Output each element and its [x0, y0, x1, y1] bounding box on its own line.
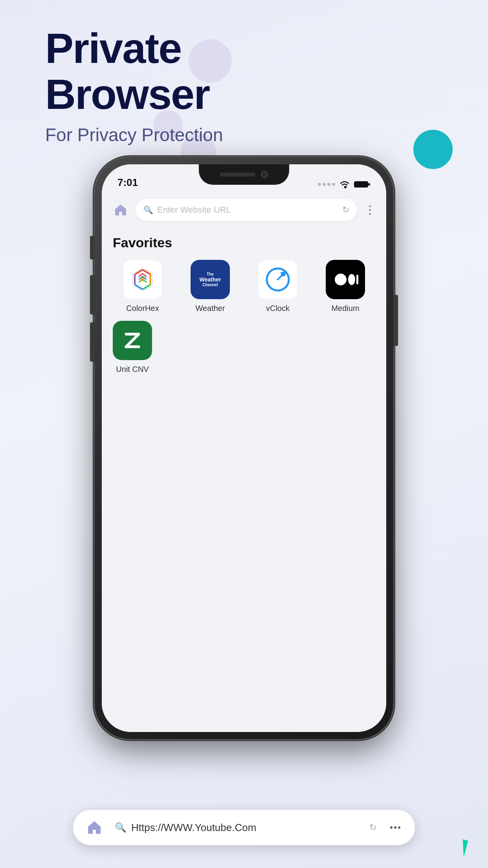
browser-content: 🔍 Enter Website URL ↻ Favorites — [102, 193, 386, 732]
signal-icon — [318, 183, 335, 186]
weather-icon-text-channel: Channel — [202, 283, 218, 287]
battery-icon — [354, 180, 371, 189]
phone-notch — [199, 164, 289, 185]
svg-point-7 — [335, 274, 347, 285]
phone-mockup: 7:01 — [95, 157, 393, 739]
favorite-medium[interactable]: Medium — [316, 260, 375, 313]
svg-point-4 — [141, 278, 145, 281]
home-icon — [114, 203, 128, 217]
hero-section: Private Browser For Privacy Protection — [45, 26, 223, 145]
favorite-weather[interactable]: The Weather Channel Weather — [180, 260, 240, 313]
weather-icon: The Weather Channel — [191, 260, 230, 299]
colorhex-icon — [123, 260, 162, 299]
vclock-label: vClock — [266, 304, 290, 313]
unitcnv-icon — [113, 321, 152, 360]
unitcnv-label: Unit CNV — [116, 365, 149, 374]
medium-icon — [326, 260, 365, 299]
notch-speaker — [220, 173, 255, 177]
bottom-home-icon — [86, 819, 103, 836]
favorites-grid: ColorHex The Weather Channel — [113, 260, 375, 313]
vclock-icon — [258, 260, 297, 299]
bottom-dot-2 — [394, 826, 396, 829]
bottom-more-button[interactable] — [387, 819, 404, 836]
bottom-home-button[interactable] — [84, 817, 105, 838]
status-icons — [318, 180, 371, 189]
weather-icon-text-top: The — [207, 272, 214, 277]
search-bar-row: 🔍 Enter Website URL ↻ — [102, 193, 386, 227]
mute-button — [90, 322, 95, 362]
bottom-dot-1 — [390, 826, 393, 829]
phone-frame: 7:01 — [95, 157, 393, 739]
weather-icon-text-main: Weather — [200, 277, 221, 283]
svg-rect-9 — [356, 275, 358, 284]
dot-1 — [369, 205, 371, 207]
volume-down-button — [90, 275, 95, 314]
bottom-reload-icon[interactable]: ↻ — [369, 822, 376, 833]
svg-rect-0 — [354, 182, 368, 187]
medium-label: Medium — [331, 304, 359, 313]
favorite-colorhex[interactable]: ColorHex — [113, 260, 172, 313]
favorite-unitcnv[interactable]: Unit CNV — [113, 321, 152, 374]
search-placeholder-text: Enter Website URL — [157, 205, 338, 215]
search-icon: 🔍 — [143, 205, 153, 215]
dot-3 — [369, 213, 371, 215]
more-menu-button[interactable] — [363, 203, 377, 217]
status-time: 7:01 — [117, 177, 138, 189]
favorites-section: Favorites — [102, 227, 386, 382]
bottom-url-bar: 🔍 Https://WWW.Youtube.Com ↻ — [73, 810, 415, 845]
decorative-teal-bubble — [413, 130, 453, 169]
hero-title: Private Browser — [45, 26, 223, 117]
power-button — [393, 295, 398, 346]
favorite-vclock[interactable]: vClock — [248, 260, 308, 313]
bottom-url-input[interactable]: 🔍 Https://WWW.Youtube.Com ↻ — [111, 816, 380, 839]
volume-up-button — [90, 236, 95, 259]
bottom-url-bar-overlay: 🔍 Https://WWW.Youtube.Com ↻ — [73, 810, 415, 845]
svg-rect-1 — [368, 183, 370, 186]
bottom-dot-3 — [398, 826, 400, 829]
notch-camera — [261, 171, 268, 178]
wifi-icon — [339, 180, 350, 189]
bottom-search-icon: 🔍 — [115, 822, 127, 833]
bottom-url-text: Https://WWW.Youtube.Com — [131, 822, 365, 834]
favorites-title: Favorites — [113, 235, 375, 250]
svg-point-8 — [348, 274, 355, 285]
phone-screen: 7:01 — [102, 164, 386, 732]
favorites-row2: Unit CNV — [113, 321, 375, 374]
dot-2 — [369, 209, 371, 211]
url-search-input[interactable]: 🔍 Enter Website URL ↻ — [136, 199, 357, 221]
cursor-arrow — [459, 839, 468, 857]
hero-subtitle: For Privacy Protection — [45, 124, 223, 145]
weather-label: Weather — [195, 304, 225, 313]
home-button[interactable] — [111, 200, 130, 219]
colorhex-label: ColorHex — [126, 304, 159, 313]
reload-icon[interactable]: ↻ — [342, 205, 349, 215]
